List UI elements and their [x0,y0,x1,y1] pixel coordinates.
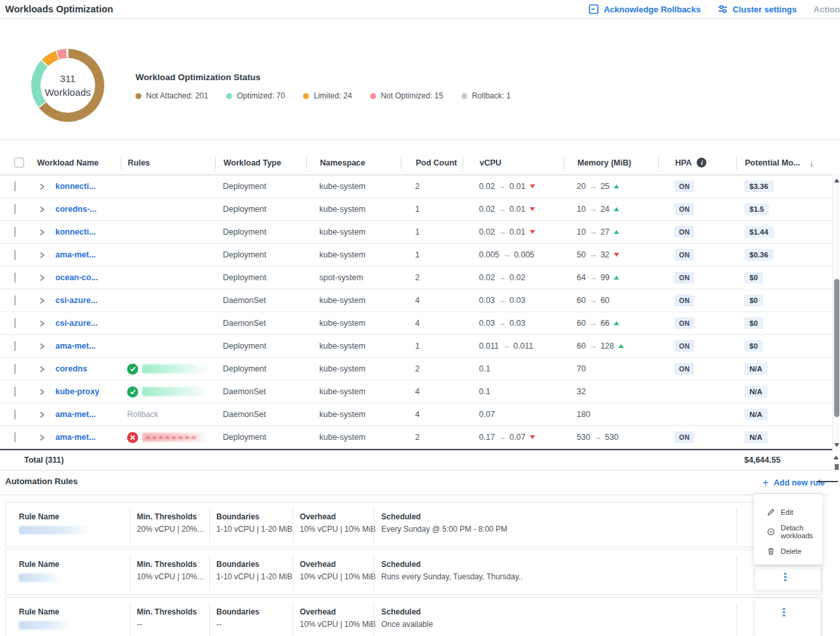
menu-item-detach-workloads[interactable]: Detach workloads [754,522,822,542]
hpa-cell: ON [658,182,736,191]
expand-chevron-icon[interactable] [30,343,53,350]
row-checkbox[interactable] [14,204,16,214]
checkbox-cell [0,273,30,282]
potential-value-badge: N/A [744,431,768,443]
expand-chevron-icon[interactable] [30,297,53,304]
min-thresholds-label: Min. Thresholds [137,512,209,521]
hpa-cell: ON [658,433,736,442]
workloads-table: Workload Name Rules Workload Type Namesp… [0,151,832,470]
cluster-settings-button[interactable]: Cluster settings [717,4,796,14]
expand-chevron-icon[interactable] [30,252,53,259]
menu-item-delete[interactable]: Delete [754,542,822,561]
metric-from: 0.02 [479,227,495,237]
legend-dot-icon [370,93,376,99]
metric-from: 0.02 [479,182,495,191]
mini-scrollbar-thumb[interactable] [835,464,839,470]
expand-chevron-icon[interactable] [30,366,53,373]
hpa-cell: ON [658,273,736,282]
metric-to: 0.01 [510,227,525,237]
scroll-up-arrow-icon[interactable] [834,179,839,182]
summary-card: 311 Workloads Workload Optimization Stat… [0,19,840,140]
overhead-label: Overhead [300,560,373,569]
workload-name-link[interactable]: ocean-co... [53,273,121,282]
arrow-right-icon: → [589,227,598,237]
expand-chevron-icon[interactable] [30,274,53,282]
workload-name-link[interactable]: ama-met... [53,410,121,419]
acknowledge-rollbacks-button[interactable]: Acknowledge Rollbacks [588,4,701,14]
potential-cell: $0 [736,296,832,305]
potential-value-badge: $0.36 [744,249,774,261]
row-checkbox[interactable] [14,341,16,351]
add-new-rule-button[interactable]: + Add new rule [759,476,829,489]
sort-desc-icon[interactable]: ↓ [809,158,814,168]
namespace: kube-system [306,182,401,191]
hpa-on-badge: ON [674,226,694,238]
potential-value-badge: $1.44 [744,226,774,238]
workload-name-link[interactable]: csi-azure... [53,296,121,305]
metric-to: 0.01 [510,182,525,191]
pod-count: 1 [401,341,463,351]
hpa-info-icon[interactable]: i [697,158,706,167]
vcpu-value: 0.005→0.005 [463,250,564,259]
row-checkbox[interactable] [14,295,16,306]
arrow-right-icon: → [498,296,506,305]
expand-chevron-icon[interactable] [30,320,53,327]
row-checkbox[interactable] [14,250,16,260]
menu-item-edit[interactable]: Edit [754,502,822,522]
workload-name-link[interactable]: konnecti... [53,227,121,237]
row-checkbox[interactable] [14,432,16,442]
expand-chevron-icon[interactable] [30,388,53,396]
col-workload-type: Workload Type [215,156,306,169]
workload-name-link[interactable]: kube-proxy [53,387,121,396]
row-checkbox[interactable] [14,386,16,397]
expand-chevron-icon[interactable] [30,229,53,236]
scheduled-label: Scheduled [381,607,736,616]
status-legend-block: Workload Optimization Status Not Attache… [136,72,511,100]
col-vcpu: vCPU [463,156,564,169]
mini-scroll-up-arrow-icon[interactable] [833,455,839,459]
kebab-menu-icon[interactable] [784,573,787,581]
workload-name-link[interactable]: coredns-... [53,205,121,214]
scrollbar-thumb[interactable] [834,279,839,417]
select-all-checkbox[interactable] [14,158,24,167]
workload-name-link[interactable]: ama-met... [53,341,121,351]
vcpu-value: 0.02→0.01 [463,182,564,191]
error-circle-icon [127,432,138,443]
workload-name-link[interactable]: ama-met... [53,250,121,259]
workload-name-link[interactable]: csi-azure... [53,319,121,328]
action-button[interactable]: Action [814,5,840,14]
vcpu-value: 0.03→0.03 [463,296,564,305]
trend-down-icon [530,207,535,211]
kebab-menu-icon[interactable] [783,608,785,616]
checkbox-cell [0,205,30,214]
expand-chevron-icon[interactable] [30,206,53,213]
pod-count: 2 [401,364,463,373]
row-checkbox[interactable] [14,272,16,283]
row-checkbox[interactable] [14,227,16,237]
row-checkbox[interactable] [14,318,16,328]
row-checkbox[interactable] [14,409,16,420]
scroll-down-arrow-icon[interactable] [834,443,839,447]
menu-item-label: Delete [781,547,802,555]
workload-type: Deployment [215,273,306,282]
hpa-on-badge: ON [674,249,694,261]
automation-rules-title: Automation Rules [5,476,840,486]
workload-name-link[interactable]: coredns [53,364,121,373]
table-row: ama-met...RollbackDaemonSetkube-system40… [0,403,832,426]
pencil-icon [767,508,775,516]
expand-chevron-icon[interactable] [30,411,53,418]
pod-count: 1 [401,227,463,237]
memory-value: 70 [564,364,658,373]
metric-to: 0.011 [514,341,533,351]
expand-chevron-icon[interactable] [30,434,53,441]
metric-to: 0.03 [510,319,525,328]
memory-value: 60→60 [564,296,658,305]
arrow-right-icon: → [589,296,598,305]
workload-name-link[interactable]: konnecti... [53,182,121,191]
row-checkbox[interactable] [14,364,16,374]
workload-name-link[interactable]: ama-met... [53,433,121,442]
overhead-value: 10% vCPU | 10% MiB [300,525,373,534]
legend-item: Not Optimized: 15 [370,91,443,100]
expand-chevron-icon[interactable] [30,183,53,190]
row-checkbox[interactable] [14,181,16,192]
